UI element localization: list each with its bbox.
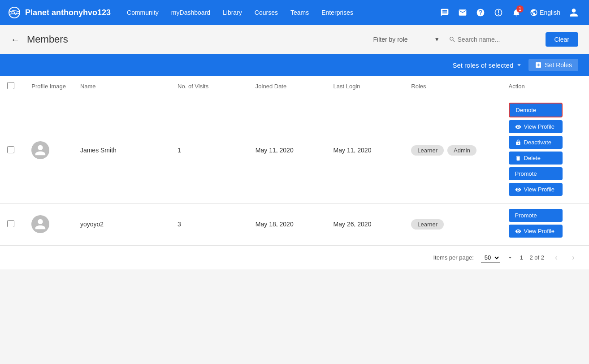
search-input[interactable] [458,36,538,43]
col-visits: No. of Visits [178,83,208,90]
row-checkbox-yoyoyo2[interactable] [7,220,14,227]
member-visits: 1 [178,147,181,154]
demote-button-james[interactable]: Demote [509,103,563,117]
pagination-bar: Items per page: 50 1 – 2 of 2 ‹ › [0,245,589,269]
nav-links: Community myDashboard Library Courses Te… [121,5,437,20]
col-roles: Roles [411,83,426,90]
set-roles-button[interactable]: Set Roles [528,59,578,71]
nav-courses[interactable]: Courses [249,5,283,20]
nav-library[interactable]: Library [217,5,247,20]
members-table-container: Profile Image Name No. of Visits Joined … [0,76,589,245]
navbar-actions: 1 English [437,4,582,21]
member-joined: May 11, 2020 [256,147,294,154]
table-row: yoyoyo2 3 May 18, 2020 May 26, 2020 Lear… [0,204,589,245]
add-roles-icon [535,61,542,69]
clear-button[interactable]: Clear [546,32,578,47]
member-name: yoyoyo2 [80,221,104,228]
brand-icon [7,5,22,20]
lock-icon [515,139,521,146]
user-profile-icon-button[interactable] [566,4,582,21]
col-last-login: Last Login [333,83,360,90]
col-action: Action [509,83,525,90]
promote-button-james[interactable]: Promote [509,167,563,180]
help-icon-button[interactable] [472,4,489,21]
member-name: James Smith [80,147,117,154]
search-icon [449,36,456,43]
table-row: James Smith 1 May 11, 2020 May 11, 2020 … [0,97,589,204]
row-checkbox-james[interactable] [7,146,14,153]
eye-icon [515,124,521,130]
role-badge-admin: Admin [447,145,476,156]
avatar [31,215,49,233]
search-wrap [445,34,542,45]
language-label: English [540,9,560,16]
view-profile-button-james-2[interactable]: View Profile [509,183,563,196]
promote-button-yoyoyo2[interactable]: Promote [509,209,563,222]
brand[interactable]: Planet anthonyhvo123 [7,5,111,20]
page-title: Members [27,34,363,45]
member-visits: 3 [178,221,181,228]
role-filter-select[interactable]: Filter by role [370,33,442,46]
view-profile-button-james-1[interactable]: View Profile [509,120,563,133]
eye-icon [515,186,521,193]
trash-icon [515,155,521,161]
action-buttons-yoyoyo2: Promote View Profile [509,209,582,238]
role-badge-learner: Learner [411,219,444,230]
filter-area: Filter by role ▼ Clear [370,32,578,47]
page-header: ← Members Filter by role ▼ Clear [0,25,589,54]
set-roles-dropdown[interactable]: Set roles of selected [452,61,523,69]
nav-teams[interactable]: Teams [285,5,314,20]
col-joined: Joined Date [256,83,286,90]
navbar: Planet anthonyhvo123 Community myDashboa… [0,0,589,25]
action-buttons-james: Demote View Profile Deactivate Delete [509,103,582,196]
role-badge-learner: Learner [411,145,444,156]
member-last-login: May 11, 2020 [333,147,372,154]
page-range: 1 – 2 of 2 [520,254,544,261]
set-roles-btn-label: Set Roles [545,61,572,69]
col-profile-image: Profile Image [31,83,66,90]
set-roles-dropdown-label: Set roles of selected [452,61,513,69]
settings-icon-button[interactable] [490,4,507,21]
language-button[interactable]: English [526,7,564,18]
user-avatar-icon [34,218,47,230]
nav-enterprises[interactable]: Enterprises [316,5,359,20]
next-page-button[interactable]: › [568,251,578,264]
deactivate-button-james[interactable]: Deactivate [509,136,563,149]
mail-icon-button[interactable] [455,4,471,21]
member-last-login: May 26, 2020 [333,221,372,228]
members-toolbar: Set roles of selected Set Roles [0,54,589,76]
role-filter-wrap: Filter by role ▼ [370,33,442,46]
delete-button-james[interactable]: Delete [509,152,563,165]
user-avatar-icon [34,144,47,156]
members-table: Profile Image Name No. of Visits Joined … [0,76,589,245]
eye-icon [515,228,521,234]
col-name: Name [80,83,96,90]
nav-community[interactable]: Community [121,5,164,20]
prev-page-button[interactable]: ‹ [551,251,561,264]
select-all-checkbox[interactable] [7,82,14,89]
view-profile-button-yoyoyo2[interactable]: View Profile [509,225,563,238]
notification-badge: 1 [516,5,524,13]
chevron-down-icon [515,61,523,69]
chat-icon-button[interactable] [437,4,453,21]
brand-name: Planet anthonyhvo123 [25,8,111,17]
member-joined: May 18, 2020 [256,221,294,228]
chevron-down-icon [507,255,513,260]
items-per-page-label: Items per page: [433,254,473,261]
back-button[interactable]: ← [11,35,20,45]
items-per-page-select[interactable]: 50 [481,253,500,263]
nav-mydashboard[interactable]: myDashboard [166,5,216,20]
avatar [31,141,49,159]
notification-icon-button[interactable]: 1 [508,4,524,21]
